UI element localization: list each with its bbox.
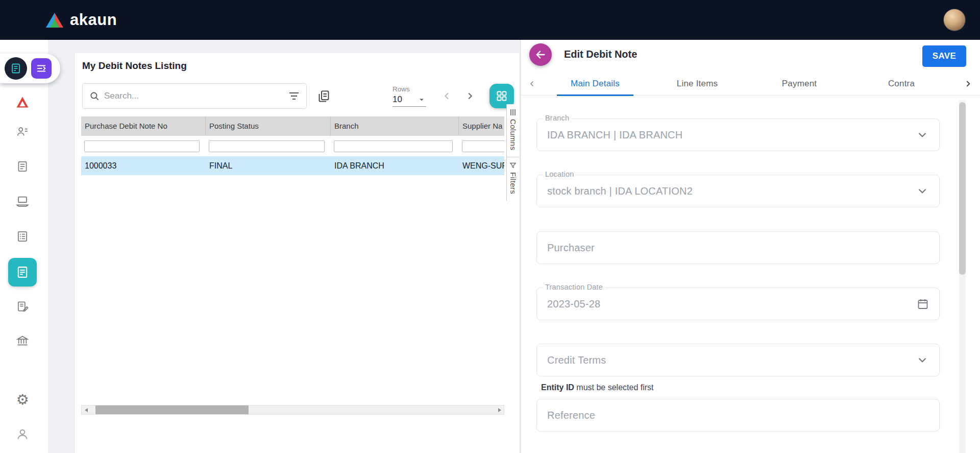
filter-input-purchase-debit-note-no[interactable]	[84, 140, 200, 152]
hscroll-left-arrow[interactable]	[82, 406, 90, 414]
rows-caret-icon	[417, 95, 426, 104]
brand-name: akaun	[70, 11, 117, 29]
copy-pages-icon[interactable]	[317, 89, 331, 103]
contacts-icon[interactable]	[16, 125, 29, 138]
bank-icon[interactable]	[16, 334, 30, 348]
credit-terms-helper-text: Entity ID must be selected first	[541, 383, 940, 392]
search-box[interactable]	[82, 83, 307, 109]
hscroll-right-arrow[interactable]	[495, 406, 504, 414]
filter-funnel-icon	[509, 162, 517, 169]
tab-scroll-left-icon[interactable]	[521, 72, 544, 96]
branch-dropdown-caret-icon[interactable]	[916, 128, 929, 141]
tab-main-details[interactable]: Main Details	[544, 72, 646, 96]
menu-toggle-icon[interactable]	[31, 58, 52, 79]
pos-laptop-icon[interactable]	[16, 195, 30, 208]
location-label: Location	[543, 170, 576, 178]
purchaser-input[interactable]	[547, 242, 929, 254]
rows-value: 10	[393, 94, 402, 105]
filter-lines-icon[interactable]	[289, 92, 299, 100]
filters-rail-label: Filters	[509, 172, 518, 194]
filter-input-branch[interactable]	[334, 140, 453, 152]
topbar: akaun	[0, 0, 980, 40]
column-header-posting-status[interactable]: Posting Status	[206, 116, 331, 136]
app-switcher-pill	[0, 54, 60, 83]
triangle-logo-icon	[45, 12, 64, 29]
grid-view-icon	[496, 90, 508, 102]
table-header-row: Purchase Debit Note No Posting Status Br…	[81, 116, 504, 136]
credit-terms-select[interactable]	[536, 344, 940, 376]
filters-rail-toggle[interactable]: Filters	[507, 157, 519, 201]
cell-supplier-name: WENG-SUP	[459, 161, 504, 171]
page-next-button[interactable]	[464, 90, 475, 102]
location-dropdown-caret-icon[interactable]	[916, 184, 929, 198]
branch-label: Branch	[543, 114, 572, 122]
rows-label: Rows	[393, 85, 426, 93]
credit-terms-dropdown-caret-icon[interactable]	[916, 353, 929, 367]
branch-value: IDA BRANCH | IDA BRANCH	[547, 129, 682, 141]
helper-rest-text: must be selected first	[574, 383, 654, 392]
ledger-app-icon[interactable]	[5, 57, 27, 80]
document-list-icon[interactable]	[16, 160, 29, 173]
search-icon	[90, 91, 100, 101]
credit-terms-input[interactable]	[547, 354, 916, 366]
column-header-purchase-debit-note-no[interactable]: Purchase Debit Note No	[81, 116, 206, 136]
listing-card: My Debit Notes Listing	[75, 53, 519, 453]
hscroll-thumb[interactable]	[95, 406, 249, 414]
location-select[interactable]: Location stock branch | IDA LOCATION2	[536, 175, 940, 207]
search-input[interactable]	[104, 91, 284, 101]
table-side-rail: Columns Filters	[506, 104, 519, 201]
sidebar-item-debit-notes-active[interactable]	[8, 258, 37, 287]
settings-gear-icon[interactable]: ⚙	[16, 391, 29, 408]
horizontal-scrollbar[interactable]	[81, 405, 504, 415]
sidebar: ⚙	[0, 40, 48, 453]
save-button[interactable]: SAVE	[922, 45, 966, 67]
rows-per-page: Rows 10	[393, 85, 426, 107]
user-avatar[interactable]	[943, 9, 966, 31]
debit-notes-table: Purchase Debit Note No Posting Status Br…	[81, 116, 504, 175]
column-header-branch[interactable]: Branch	[331, 116, 459, 136]
columns-rail-icon	[509, 109, 517, 116]
calendar-icon[interactable]	[917, 298, 929, 310]
columns-rail-label: Columns	[509, 119, 518, 150]
rows-select[interactable]: 10	[393, 93, 426, 107]
tab-scroll-right-icon[interactable]	[955, 72, 980, 96]
edit-panel-title: Edit Debit Note	[564, 49, 637, 60]
column-header-supplier-name[interactable]: Supplier Na	[459, 116, 504, 136]
edit-debit-note-panel: Edit Debit Note SAVE Main Details Line I…	[520, 40, 980, 453]
tab-contra[interactable]: Contra	[850, 72, 952, 96]
cell-debit-note-no: 1000033	[81, 161, 206, 171]
branch-select[interactable]: Branch IDA BRANCH | IDA BRANCH	[536, 118, 940, 151]
columns-rail-toggle[interactable]: Columns	[507, 104, 519, 157]
debit-note-icon	[15, 265, 30, 279]
transaction-date-field[interactable]: Transaction Date 2023-05-28	[536, 288, 940, 320]
back-arrow-icon	[535, 49, 546, 60]
transaction-date-label: Transaction Date	[543, 283, 605, 291]
tab-line-items[interactable]: Line Items	[646, 72, 748, 96]
purchaser-field[interactable]	[536, 231, 940, 264]
reference-input[interactable]	[547, 410, 929, 421]
cell-posting-status: FINAL	[206, 161, 331, 171]
listing-panel: My Debit Notes Listing	[48, 40, 520, 453]
page-title: My Debit Notes Listing	[82, 60, 519, 71]
page-prev-button[interactable]	[442, 90, 453, 102]
hscroll-track[interactable]	[90, 406, 495, 414]
table-row[interactable]: 1000033 FINAL IDA BRANCH WENG-SUP	[81, 156, 504, 175]
ledger-lines-icon[interactable]	[16, 230, 29, 243]
transaction-date-value: 2023-05-28	[547, 298, 600, 310]
cell-branch: IDA BRANCH	[331, 161, 459, 171]
vertical-scrollbar[interactable]	[959, 100, 966, 453]
brand-logo[interactable]: akaun	[45, 11, 117, 29]
profile-person-icon[interactable]	[16, 427, 30, 441]
listing-toolbar: Rows 10	[82, 83, 515, 109]
back-button[interactable]	[529, 43, 552, 66]
tab-payment[interactable]: Payment	[748, 72, 850, 96]
reference-field[interactable]	[536, 399, 940, 432]
main-content: ⚙ My Debit Notes Listing	[0, 40, 980, 453]
filter-input-supplier-name[interactable]	[462, 140, 504, 152]
document-edit-icon[interactable]	[16, 300, 29, 313]
edit-tabs: Main Details Line Items Payment Contra	[521, 72, 980, 96]
filter-input-posting-status[interactable]	[209, 140, 325, 152]
red-triangle-module-icon[interactable]	[16, 96, 30, 109]
vscroll-thumb[interactable]	[959, 102, 966, 275]
helper-bold-text: Entity ID	[541, 383, 574, 392]
